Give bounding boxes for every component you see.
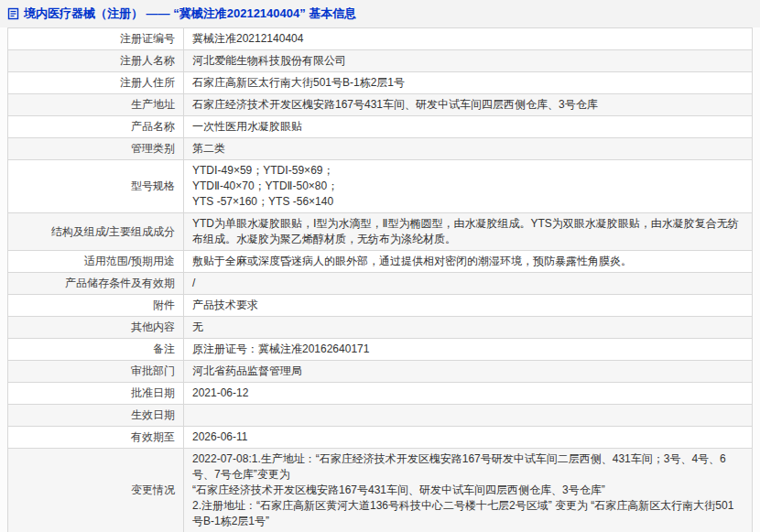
row-value <box>184 405 753 427</box>
row-label: 注册人名称 <box>8 50 184 72</box>
row-value: YTD为单眼水凝胶眼贴，Ⅰ型为水滴型，Ⅱ型为椭圆型，由水凝胶组成。YTS为双眼水… <box>184 213 753 251</box>
table-row: 适用范围/预期用途敷贴于全麻或深度昏迷病人的眼外部，通过提供相对密闭的潮湿环境，… <box>8 251 753 273</box>
row-value: 石家庄高新区太行南大街501号B-1栋2层1号 <box>184 72 753 94</box>
row-label: 产品储存条件及有效期 <box>8 273 184 295</box>
table-row: 型号规格YTDⅠ-49×59；YTDⅠ-59×69； YTDⅡ-40×70；YT… <box>8 160 753 213</box>
row-label-text: 产品名称 <box>131 120 175 133</box>
table-row: 注册证编号冀械注准20212140404 <box>8 28 753 50</box>
table-row: 审批部门河北省药品监督管理局 <box>8 361 753 383</box>
row-value: 第二类 <box>184 138 753 160</box>
row-label: 注册人住所 <box>8 72 184 94</box>
table-row: 附件产品技术要求 <box>8 295 753 317</box>
row-label-text: 注册人住所 <box>120 76 175 89</box>
row-label: 产品名称 <box>8 116 184 138</box>
table-row: 其他内容无 <box>8 317 753 339</box>
row-label-text: 变更情况 <box>131 483 175 496</box>
row-label: 适用范围/预期用途 <box>8 251 184 273</box>
table-row: 备注原注册证号：冀械注准20162640171 <box>8 339 753 361</box>
row-label-text: 审批部门 <box>131 364 175 377</box>
row-label: 管理类别 <box>8 138 184 160</box>
table-row: 生产地址石家庄经济技术开发区槐安路167号431车间、研发中试车间四层西侧仓库、… <box>8 94 753 116</box>
row-label-text: 生效日期 <box>131 408 175 421</box>
table-row: 生效日期 <box>8 405 753 427</box>
row-value: 2022-07-08:1.生产地址：“石家庄经济技术开发区槐安路167号研发中试… <box>184 449 753 532</box>
row-label-text: 型号规格 <box>131 179 175 192</box>
row-value: 河北省药品监督管理局 <box>184 361 753 383</box>
row-value: 河北爱能生物科技股份有限公司 <box>184 50 753 72</box>
table-row: 产品储存条件及有效期/ <box>8 273 753 295</box>
table-row: 有效期至2026-06-11 <box>8 427 753 449</box>
row-label-text: 注册证编号 <box>120 32 175 45</box>
row-value: / <box>184 273 753 295</box>
document-icon <box>7 7 19 20</box>
row-value: 敷贴于全麻或深度昏迷病人的眼外部，通过提供相对密闭的潮湿环境，预防暴露性角膜炎。 <box>184 251 753 273</box>
row-label-text: 适用范围/预期用途 <box>84 255 175 267</box>
row-value: 产品技术要求 <box>184 295 753 317</box>
row-label-text: 管理类别 <box>131 142 175 155</box>
table-row: 变更情况2022-07-08:1.生产地址：“石家庄经济技术开发区槐安路167号… <box>8 449 753 532</box>
row-value: 一次性医用水凝胶眼贴 <box>184 116 753 138</box>
row-value: 无 <box>184 317 753 339</box>
row-label-text: 有效期至 <box>131 430 175 443</box>
row-label: 附件 <box>8 295 184 317</box>
row-label-text: 生产地址 <box>131 98 175 111</box>
page: 境内医疗器械（注册） —— “冀械注准20212140404” 基本信息 注册证… <box>0 0 760 532</box>
row-label: 注册证编号 <box>8 28 184 50</box>
row-value: 石家庄经济技术开发区槐安路167号431车间、研发中试车间四层西侧仓库、3号仓库 <box>184 94 753 116</box>
row-label: 生效日期 <box>8 405 184 427</box>
info-table: 注册证编号冀械注准20212140404注册人名称河北爱能生物科技股份有限公司注… <box>7 27 753 532</box>
row-label: 批准日期 <box>8 383 184 405</box>
row-label-text: 备注 <box>153 342 175 355</box>
info-table-body: 注册证编号冀械注准20212140404注册人名称河北爱能生物科技股份有限公司注… <box>8 28 753 532</box>
table-row: 管理类别第二类 <box>8 138 753 160</box>
row-label-text: 批准日期 <box>131 386 175 399</box>
row-label-text: 其他内容 <box>131 320 175 333</box>
row-value: 2026-06-11 <box>184 427 753 449</box>
row-label: 变更情况 <box>8 449 184 532</box>
table-row: 结构及组成/主要组成成分YTD为单眼水凝胶眼贴，Ⅰ型为水滴型，Ⅱ型为椭圆型，由水… <box>8 213 753 251</box>
row-label-text: 附件 <box>153 299 175 311</box>
page-header: 境内医疗器械（注册） —— “冀械注准20212140404” 基本信息 <box>0 0 760 27</box>
row-label-text: 产品储存条件及有效期 <box>65 277 175 289</box>
row-value: 2021-06-12 <box>184 383 753 405</box>
table-row: 产品名称一次性医用水凝胶眼贴 <box>8 116 753 138</box>
row-value: 原注册证号：冀械注准20162640171 <box>184 339 753 361</box>
row-label: 型号规格 <box>8 160 184 213</box>
row-label: 生产地址 <box>8 94 184 116</box>
row-label-text: 注册人名称 <box>120 54 175 67</box>
row-label-text: 结构及组成/主要组成成分 <box>51 225 175 238</box>
row-label: 有效期至 <box>8 427 184 449</box>
row-label: 审批部门 <box>8 361 184 383</box>
row-label: 结构及组成/主要组成成分 <box>8 213 184 251</box>
row-label: 其他内容 <box>8 317 184 339</box>
page-title: 境内医疗器械（注册） —— “冀械注准20212140404” 基本信息 <box>24 5 356 22</box>
table-row: 注册人名称河北爱能生物科技股份有限公司 <box>8 50 753 72</box>
row-value: YTDⅠ-49×59；YTDⅠ-59×69； YTDⅡ-40×70；YTDⅡ-5… <box>184 160 753 213</box>
row-label: 备注 <box>8 339 184 361</box>
row-value: 冀械注准20212140404 <box>184 28 753 50</box>
table-row: 批准日期2021-06-12 <box>8 383 753 405</box>
table-row: 注册人住所石家庄高新区太行南大街501号B-1栋2层1号 <box>8 72 753 94</box>
